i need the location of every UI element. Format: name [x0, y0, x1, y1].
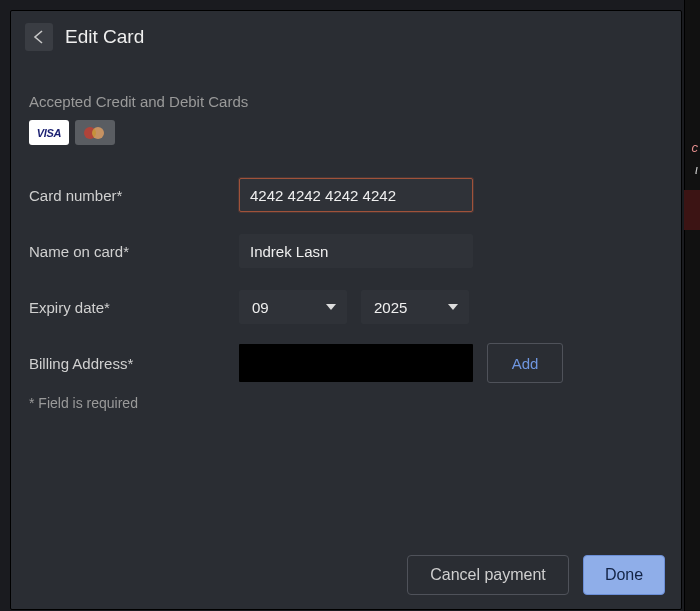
label-billing-address: Billing Address* [29, 355, 239, 372]
cancel-payment-button[interactable]: Cancel payment [407, 555, 569, 595]
payment-form: Card number* Name on card* Expiry date* … [11, 163, 681, 391]
edit-card-modal: Edit Card Accepted Credit and Debit Card… [10, 10, 682, 610]
row-expiry: Expiry date* 09 2025 [29, 279, 663, 335]
mastercard-icon [75, 120, 115, 145]
expiry-year-value: 2025 [374, 299, 407, 316]
bg-char-c: c [692, 140, 699, 155]
required-field-note: * Field is required [11, 391, 681, 415]
row-card-number: Card number* [29, 167, 663, 223]
bg-red-band [684, 190, 700, 230]
visa-card-icon: VISA [29, 120, 69, 145]
modal-header: Edit Card [11, 11, 681, 59]
visa-text: VISA [37, 127, 61, 139]
expiry-year-select[interactable]: 2025 [361, 290, 469, 324]
card-number-input[interactable] [239, 178, 473, 212]
accepted-cards-label: Accepted Credit and Debit Cards [11, 59, 681, 120]
add-address-button[interactable]: Add [487, 343, 563, 383]
back-triangle-icon [33, 30, 45, 44]
background-editor-sliver: c ι [684, 0, 700, 611]
label-name-on-card: Name on card* [29, 243, 239, 260]
bg-char-u: ι [695, 162, 698, 177]
label-expiry: Expiry date* [29, 299, 239, 316]
card-brand-row: VISA [11, 120, 681, 163]
billing-address-box[interactable] [239, 344, 473, 382]
label-card-number: Card number* [29, 187, 239, 204]
expiry-month-select[interactable]: 09 [239, 290, 347, 324]
row-name-on-card: Name on card* [29, 223, 663, 279]
modal-title: Edit Card [65, 26, 144, 48]
modal-footer: Cancel payment Done [407, 555, 665, 595]
name-on-card-input[interactable] [239, 234, 473, 268]
done-button[interactable]: Done [583, 555, 665, 595]
row-billing-address: Billing Address* Add [29, 335, 663, 391]
back-button[interactable] [25, 23, 53, 51]
expiry-month-value: 09 [252, 299, 269, 316]
